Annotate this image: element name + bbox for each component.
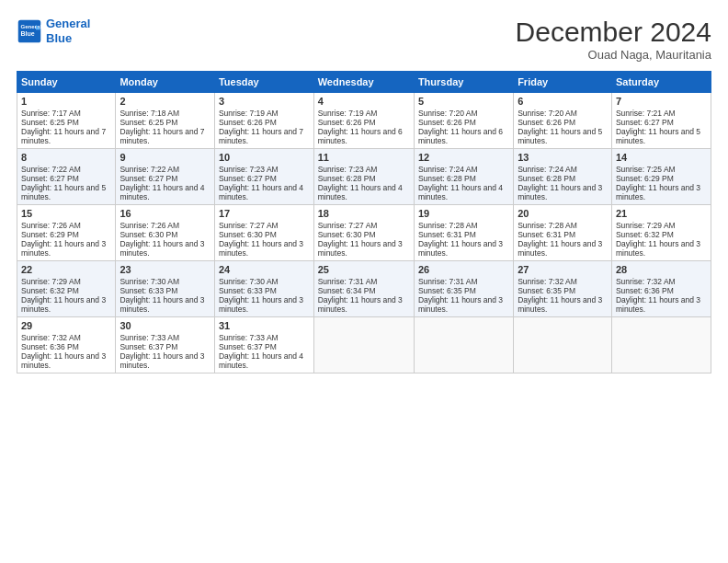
calendar-cell: 28Sunrise: 7:32 AMSunset: 6:36 PMDayligh… <box>611 261 711 317</box>
day-number: 13 <box>518 152 608 163</box>
day-number: 4 <box>318 96 410 107</box>
day-number: 9 <box>119 152 210 163</box>
day-number: 27 <box>518 264 608 275</box>
daylight-label: Daylight: 11 hours and 3 minutes. <box>21 239 106 258</box>
calendar-row-2: 8Sunrise: 7:22 AMSunset: 6:27 PMDaylight… <box>17 149 711 205</box>
day-number: 29 <box>21 320 111 331</box>
sunset-text: Sunset: 6:33 PM <box>119 286 177 295</box>
page: General Blue General Blue December 2024 … <box>0 0 728 563</box>
calendar-cell: 15Sunrise: 7:26 AMSunset: 6:29 PMDayligh… <box>17 205 116 261</box>
sunrise-text: Sunrise: 7:27 AM <box>318 221 378 230</box>
day-number: 2 <box>119 96 210 107</box>
sunset-text: Sunset: 6:35 PM <box>418 286 476 295</box>
sunrise-text: Sunrise: 7:33 AM <box>219 333 279 342</box>
sunrise-text: Sunrise: 7:28 AM <box>518 221 577 230</box>
header: General Blue General Blue December 2024 … <box>17 17 711 62</box>
calendar-row-1: 1Sunrise: 7:17 AMSunset: 6:25 PMDaylight… <box>17 93 711 149</box>
daylight-label: Daylight: 11 hours and 5 minutes. <box>616 127 700 145</box>
calendar-cell <box>514 317 612 373</box>
location: Ouad Naga, Mauritania <box>516 48 711 62</box>
sunrise-text: Sunrise: 7:32 AM <box>616 277 676 286</box>
daylight-label: Daylight: 11 hours and 7 minutes. <box>119 127 204 145</box>
header-tuesday: Tuesday <box>214 72 313 93</box>
sunrise-text: Sunrise: 7:17 AM <box>21 109 81 118</box>
sunrise-text: Sunrise: 7:18 AM <box>119 109 179 118</box>
day-number: 14 <box>616 152 707 163</box>
day-number: 3 <box>219 96 310 107</box>
calendar-cell: 27Sunrise: 7:32 AMSunset: 6:35 PMDayligh… <box>514 261 612 317</box>
calendar-cell: 6Sunrise: 7:20 AMSunset: 6:26 PMDaylight… <box>514 93 612 149</box>
day-number: 19 <box>418 208 509 219</box>
sunrise-text: Sunrise: 7:22 AM <box>119 165 179 174</box>
sunrise-text: Sunrise: 7:32 AM <box>21 333 81 342</box>
day-number: 8 <box>21 152 111 163</box>
calendar-cell: 31Sunrise: 7:33 AMSunset: 6:37 PMDayligh… <box>214 317 313 373</box>
calendar-cell: 24Sunrise: 7:30 AMSunset: 6:33 PMDayligh… <box>214 261 313 317</box>
sunset-text: Sunset: 6:26 PM <box>518 118 575 127</box>
calendar-cell <box>414 317 513 373</box>
day-number: 21 <box>616 208 707 219</box>
svg-text:Blue: Blue <box>20 30 34 37</box>
calendar-cell: 20Sunrise: 7:28 AMSunset: 6:31 PMDayligh… <box>514 205 612 261</box>
day-number: 6 <box>518 96 608 107</box>
calendar-cell: 2Sunrise: 7:18 AMSunset: 6:25 PMDaylight… <box>116 93 215 149</box>
daylight-label: Daylight: 11 hours and 3 minutes. <box>21 351 106 370</box>
sunrise-text: Sunrise: 7:25 AM <box>616 165 676 174</box>
daylight-label: Daylight: 11 hours and 4 minutes. <box>219 183 303 201</box>
header-thursday: Thursday <box>414 72 513 93</box>
calendar-cell: 30Sunrise: 7:33 AMSunset: 6:37 PMDayligh… <box>116 317 215 373</box>
daylight-label: Daylight: 11 hours and 3 minutes. <box>219 295 303 314</box>
day-number: 28 <box>616 264 707 275</box>
logo-line1: General <box>46 17 90 30</box>
daylight-label: Daylight: 11 hours and 3 minutes. <box>418 239 503 258</box>
day-number: 26 <box>418 264 509 275</box>
day-number: 10 <box>219 152 310 163</box>
calendar-cell: 1Sunrise: 7:17 AMSunset: 6:25 PMDaylight… <box>17 93 116 149</box>
calendar-cell: 17Sunrise: 7:27 AMSunset: 6:30 PMDayligh… <box>214 205 313 261</box>
daylight-label: Daylight: 11 hours and 3 minutes. <box>318 295 403 314</box>
sunset-text: Sunset: 6:32 PM <box>616 230 674 239</box>
calendar-cell: 18Sunrise: 7:27 AMSunset: 6:30 PMDayligh… <box>313 205 414 261</box>
sunset-text: Sunset: 6:25 PM <box>119 118 177 127</box>
day-number: 22 <box>21 264 111 275</box>
day-number: 1 <box>21 96 111 107</box>
day-number: 5 <box>418 96 509 107</box>
sunset-text: Sunset: 6:27 PM <box>616 118 674 127</box>
sunset-text: Sunset: 6:37 PM <box>119 342 177 351</box>
daylight-label: Daylight: 11 hours and 3 minutes. <box>616 295 700 314</box>
calendar-cell: 26Sunrise: 7:31 AMSunset: 6:35 PMDayligh… <box>414 261 513 317</box>
daylight-label: Daylight: 11 hours and 3 minutes. <box>616 239 700 258</box>
calendar-cell: 14Sunrise: 7:25 AMSunset: 6:29 PMDayligh… <box>611 149 711 205</box>
logo: General Blue General Blue <box>17 17 90 45</box>
calendar-cell: 22Sunrise: 7:29 AMSunset: 6:32 PMDayligh… <box>17 261 116 317</box>
calendar-cell: 29Sunrise: 7:32 AMSunset: 6:36 PMDayligh… <box>17 317 116 373</box>
sunset-text: Sunset: 6:29 PM <box>21 230 79 239</box>
calendar-cell: 10Sunrise: 7:23 AMSunset: 6:27 PMDayligh… <box>214 149 313 205</box>
daylight-label: Daylight: 11 hours and 6 minutes. <box>318 127 403 145</box>
sunrise-text: Sunrise: 7:20 AM <box>518 109 577 118</box>
calendar-cell: 5Sunrise: 7:20 AMSunset: 6:26 PMDaylight… <box>414 93 513 149</box>
sunset-text: Sunset: 6:26 PM <box>219 118 277 127</box>
sunset-text: Sunset: 6:36 PM <box>616 286 674 295</box>
calendar-cell: 21Sunrise: 7:29 AMSunset: 6:32 PMDayligh… <box>611 205 711 261</box>
day-number: 25 <box>318 264 410 275</box>
day-number: 24 <box>219 264 310 275</box>
sunset-text: Sunset: 6:27 PM <box>21 174 79 183</box>
daylight-label: Daylight: 11 hours and 7 minutes. <box>219 127 303 145</box>
sunrise-text: Sunrise: 7:22 AM <box>21 165 81 174</box>
sunrise-text: Sunrise: 7:33 AM <box>119 333 179 342</box>
daylight-label: Daylight: 11 hours and 4 minutes. <box>119 183 204 201</box>
calendar-cell: 8Sunrise: 7:22 AMSunset: 6:27 PMDaylight… <box>17 149 116 205</box>
header-monday: Monday <box>116 72 215 93</box>
sunset-text: Sunset: 6:36 PM <box>21 342 79 351</box>
header-sunday: Sunday <box>17 72 116 93</box>
sunrise-text: Sunrise: 7:23 AM <box>219 165 279 174</box>
sunset-text: Sunset: 6:28 PM <box>518 174 575 183</box>
calendar-row-5: 29Sunrise: 7:32 AMSunset: 6:36 PMDayligh… <box>17 317 711 373</box>
daylight-label: Daylight: 11 hours and 3 minutes. <box>616 183 700 201</box>
daylight-label: Daylight: 11 hours and 3 minutes. <box>418 295 503 314</box>
daylight-label: Daylight: 11 hours and 3 minutes. <box>119 295 204 314</box>
calendar-table: Sunday Monday Tuesday Wednesday Thursday… <box>17 71 711 373</box>
sunrise-text: Sunrise: 7:19 AM <box>219 109 279 118</box>
daylight-label: Daylight: 11 hours and 5 minutes. <box>518 127 602 145</box>
